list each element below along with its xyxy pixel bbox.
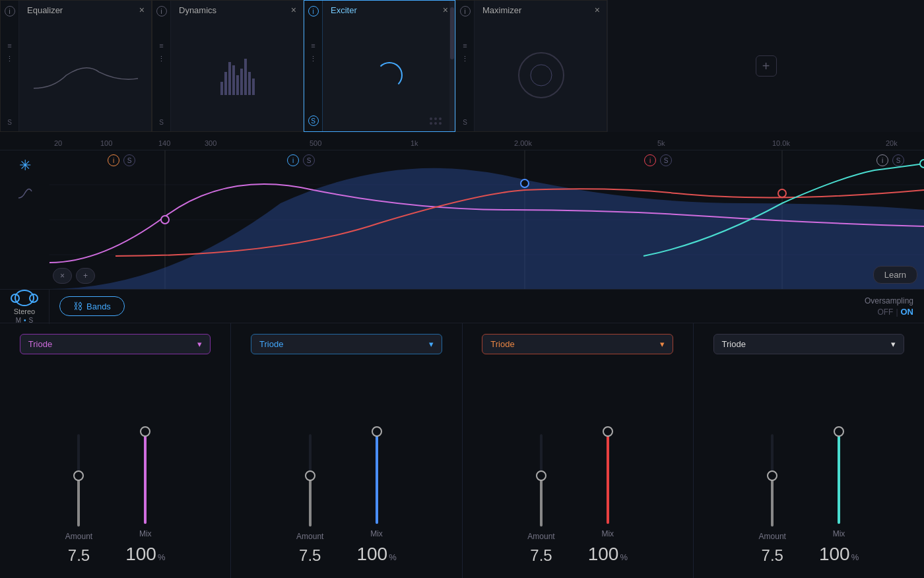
- oversampling-toggle[interactable]: OFF | ON: [877, 307, 913, 317]
- eq-curves-svg: [50, 150, 924, 289]
- band2-mix-fill: [376, 432, 378, 524]
- eq-cursor-icon[interactable]: ✳: [19, 157, 31, 174]
- exciter-grid-dots: [430, 117, 442, 125]
- band1-amount-fill: [77, 476, 80, 527]
- exciter-list-icon: ≡: [311, 42, 315, 49]
- band4-sliders: Amount 7.5 Mix 100 %: [759, 365, 859, 571]
- band1-amount-thumb[interactable]: [73, 470, 84, 481]
- equalizer-solo-icon[interactable]: S: [7, 119, 12, 126]
- band2-mix-track[interactable]: [376, 432, 378, 524]
- eq-visualization-area: ✳ i S i S i S i S: [0, 150, 924, 289]
- band3-mix-value-row: 100 %: [588, 544, 628, 565]
- band2-mix-value-row: 100 %: [356, 544, 396, 565]
- stereo-left-circle: [11, 294, 20, 303]
- band4-amount-fill: [771, 476, 774, 527]
- band2-dropdown[interactable]: Triode ▾: [251, 334, 442, 354]
- remove-icon: ×: [60, 271, 65, 280]
- band-panel-1: Triode ▾ Amount 7.5 Mix 10: [0, 323, 231, 578]
- eq-bottom-controls: × +: [53, 268, 95, 284]
- exciter-spinner: [376, 62, 403, 88]
- band2-amount-value: 7.5: [299, 546, 321, 565]
- band2-sliders: Amount 7.5 Mix 100 %: [296, 365, 397, 571]
- maximizer-close-btn[interactable]: ×: [595, 5, 600, 15]
- band3-mix-fill: [607, 432, 609, 524]
- frequency-ruler: 20 100 140 300 500 1k 2.00k 5k 10.0k 20k: [0, 132, 924, 150]
- dot: [434, 117, 437, 120]
- band4-handle: [920, 160, 924, 168]
- band1-mix-track[interactable]: [144, 432, 147, 524]
- bands-btn[interactable]: ⛓ Bands: [59, 296, 125, 316]
- maximizer-solo-icon[interactable]: S: [463, 119, 467, 126]
- band4-mix-value-row: 100 %: [819, 544, 859, 565]
- equalizer-curve-svg: [34, 55, 138, 95]
- equalizer-info-icon[interactable]: i: [5, 6, 15, 16]
- eq-remove-btn[interactable]: ×: [53, 268, 72, 284]
- dyn-bar: [224, 72, 227, 95]
- add-plugin-btn[interactable]: +: [756, 55, 777, 77]
- band2-amount-label: Amount: [296, 532, 323, 541]
- band3-mix-value: 100: [588, 544, 619, 565]
- eq-add-btn[interactable]: +: [76, 268, 95, 284]
- band3-mix-thumb[interactable]: [603, 426, 613, 437]
- band4-mix-value: 100: [819, 544, 850, 565]
- maximizer-title: Maximizer: [482, 5, 521, 15]
- band2-amount-thumb[interactable]: [305, 470, 315, 481]
- oversampling-on: ON: [901, 307, 914, 317]
- band2-amount-slider: Amount 7.5: [296, 434, 323, 565]
- band4-mix-unit: %: [851, 552, 859, 562]
- band2-amount-track[interactable]: [309, 434, 312, 527]
- equalizer-title: Equalizer: [27, 5, 63, 15]
- dot: [430, 117, 432, 120]
- band1-amount-slider: Amount 7.5: [65, 434, 92, 565]
- exciter-close-btn[interactable]: ×: [443, 5, 448, 15]
- dynamics-body: [172, 19, 303, 131]
- equalizer-close-btn[interactable]: ×: [139, 5, 145, 15]
- band2-mix-label: Mix: [370, 529, 383, 538]
- band3-amount-track[interactable]: [540, 434, 543, 527]
- band1-mix-thumb[interactable]: [140, 426, 150, 437]
- band1-dropdown[interactable]: Triode ▾: [20, 334, 211, 354]
- band1-sliders: Amount 7.5 Mix 100 %: [65, 365, 166, 571]
- stereo-label: Stereo: [14, 307, 35, 315]
- band4-mix-slider: Mix 100 %: [819, 432, 859, 565]
- band4-mix-thumb[interactable]: [834, 426, 844, 437]
- stereo-icon[interactable]: [15, 290, 34, 306]
- maximizer-list-icon: ≡: [463, 42, 467, 49]
- dynamics-info-icon[interactable]: i: [156, 6, 167, 16]
- dynamics-close-btn[interactable]: ×: [291, 5, 296, 15]
- band2-handle: [521, 179, 529, 187]
- band3-mix-unit: %: [620, 552, 628, 562]
- equalizer-body: [20, 19, 151, 131]
- band1-mix-fill: [144, 432, 147, 524]
- band3-mix-track[interactable]: [607, 432, 609, 524]
- band-panels-container: Triode ▾ Amount 7.5 Mix 10: [0, 323, 924, 578]
- band4-dropdown[interactable]: Triode ▾: [713, 334, 905, 354]
- band4-amount-track[interactable]: [771, 434, 774, 527]
- exciter-scrollbar[interactable]: [449, 1, 455, 131]
- exciter-info-icon[interactable]: i: [308, 6, 319, 16]
- maximizer-content: Maximizer ×: [456, 1, 607, 131]
- link-icon: ⛓: [73, 301, 82, 311]
- dyn-bar: [244, 59, 247, 95]
- maximizer-info-icon[interactable]: i: [460, 6, 471, 16]
- band4-amount-thumb[interactable]: [767, 470, 777, 481]
- band1-amount-track[interactable]: [77, 434, 80, 527]
- stereo-right-circle: [29, 294, 38, 303]
- dynamics-solo-icon[interactable]: S: [159, 119, 164, 126]
- dynamics-title: Dynamics: [179, 5, 216, 15]
- add-plugin-area[interactable]: +: [607, 0, 924, 132]
- plugin-window-equalizer: i ≡ ⋮ S Equalizer ×: [0, 0, 152, 132]
- band4-mix-track[interactable]: [838, 432, 840, 524]
- bands-stereo-row: Stereo M • S ⛓ Bands Oversampling OFF | …: [0, 289, 924, 323]
- exciter-body: [324, 19, 455, 131]
- band3-dropdown[interactable]: Triode ▾: [482, 334, 673, 354]
- exciter-solo-icon[interactable]: S: [308, 115, 319, 126]
- band3-amount-fill: [540, 476, 543, 527]
- learn-btn[interactable]: Learn: [873, 266, 917, 284]
- band-panel-4: Triode ▾ Amount 7.5 Mix 100 %: [694, 323, 924, 578]
- dyn-bar: [248, 72, 251, 95]
- band2-dropdown-arrow: ▾: [429, 339, 434, 349]
- band2-mix-thumb[interactable]: [372, 426, 382, 437]
- equalizer-content: Equalizer ×: [1, 1, 151, 131]
- band3-amount-thumb[interactable]: [536, 470, 546, 481]
